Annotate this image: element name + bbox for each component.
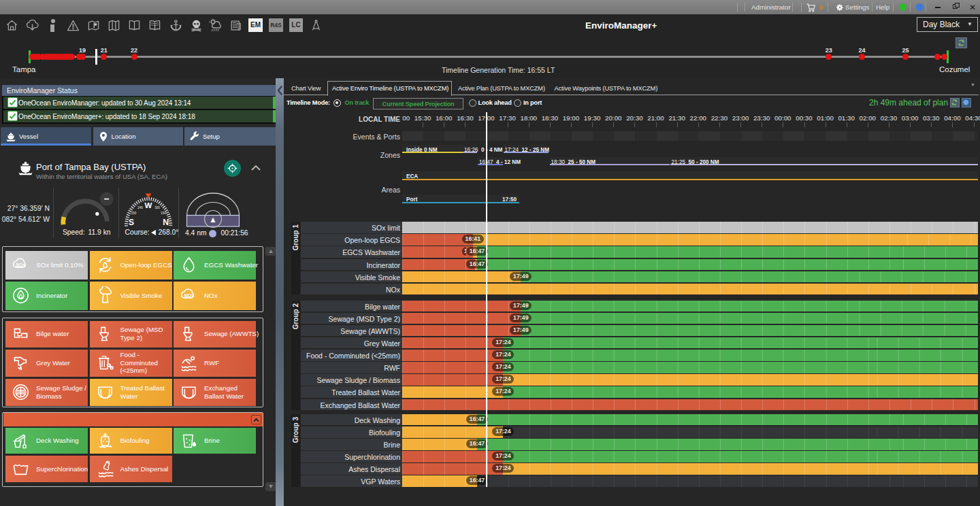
svg-text:S: S (129, 218, 134, 227)
svg-text:W: W (145, 201, 152, 209)
svg-text:330: 330 (161, 212, 166, 215)
svg-text:SOx: SOx (16, 262, 26, 268)
svg-text:NOx: NOx (184, 292, 195, 299)
svg-text:300: 300 (154, 206, 160, 209)
svg-text:240: 240 (137, 206, 143, 209)
svg-text:250: 250 (131, 212, 137, 215)
svg-text:N: N (163, 218, 169, 227)
